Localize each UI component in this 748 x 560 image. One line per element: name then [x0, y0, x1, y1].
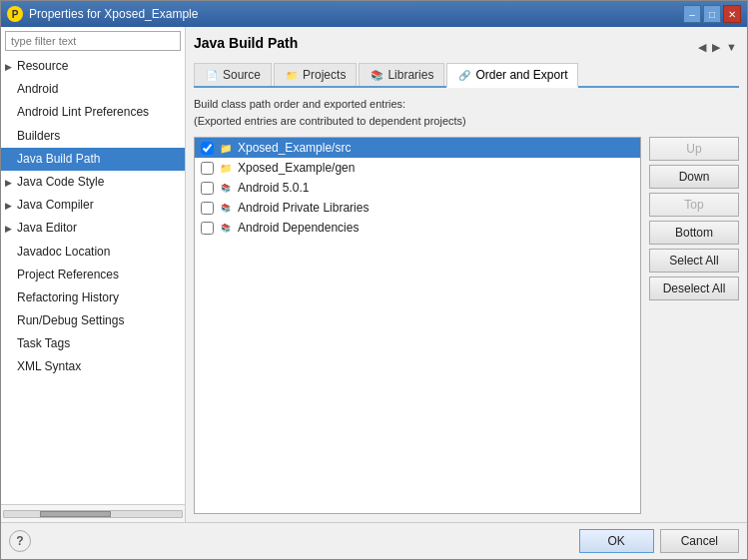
sidebar-item-java-editor[interactable]: ▶Java Editor — [1, 217, 185, 240]
tab-icon: 📁 — [285, 68, 299, 82]
list-item-label: Android 5.0.1 — [238, 181, 309, 195]
tab-label: Order and Export — [475, 68, 567, 82]
tree-arrow: ▶ — [5, 222, 17, 236]
panel-body: 📁Xposed_Example/src📁Xposed_Example/gen📚A… — [194, 137, 739, 514]
sidebar-item-project-references[interactable]: Project References — [1, 264, 185, 286]
list-item[interactable]: 📚Android 5.0.1 — [195, 178, 640, 198]
list-item-label: Xposed_Example/src — [238, 141, 351, 155]
sidebar-item-android[interactable]: Android — [1, 78, 185, 101]
sidebar-item-java-compiler[interactable]: ▶Java Compiler — [1, 194, 185, 217]
window-controls: – □ ✕ — [683, 5, 741, 23]
ok-button[interactable]: OK — [579, 529, 654, 553]
list-item[interactable]: 📁Xposed_Example/src — [195, 138, 640, 158]
list-item-label: Xposed_Example/gen — [238, 161, 355, 175]
close-button[interactable]: ✕ — [723, 5, 741, 23]
list-item-label: Android Dependencies — [238, 221, 359, 235]
sidebar-item-builders[interactable]: Builders — [1, 125, 185, 148]
tab-source[interactable]: 📄Source — [194, 63, 272, 86]
nav-back-button[interactable]: ◀ — [696, 39, 708, 56]
tab-projects[interactable]: 📁Projects — [274, 63, 357, 86]
filter-input[interactable] — [5, 31, 181, 51]
nav-dropdown-button[interactable]: ▼ — [724, 39, 739, 55]
tree-arrow: ▶ — [5, 176, 17, 190]
sidebar-item-java-code-style[interactable]: ▶Java Code Style — [1, 171, 185, 194]
select-all-button[interactable]: Select All — [649, 249, 739, 273]
section-title: Java Build Path — [194, 35, 298, 51]
description: Build class path order and exported entr… — [194, 96, 739, 129]
nav-arrows: ◀ ▶ ▼ — [696, 39, 739, 56]
action-buttons: Up Down Top Bottom Select All Deselect A… — [649, 137, 739, 514]
main-header: Java Build Path ◀ ▶ ▼ — [194, 35, 739, 59]
maximize-button[interactable]: □ — [703, 5, 721, 23]
dialog-body: ▶ResourceAndroidAndroid Lint Preferences… — [1, 27, 747, 522]
tab-order-and-export[interactable]: 🔗Order and Export — [446, 63, 578, 88]
tree-arrow: ▶ — [5, 199, 17, 213]
list-item[interactable]: 📚Android Dependencies — [195, 218, 640, 238]
tab-icon: 📄 — [205, 68, 219, 82]
cancel-button[interactable]: Cancel — [660, 529, 739, 553]
list-item-label: Android Private Libraries — [238, 201, 369, 215]
main-content: Java Build Path ◀ ▶ ▼ 📄Source📁Projects📚L… — [186, 27, 747, 522]
tab-libraries[interactable]: 📚Libraries — [359, 63, 444, 86]
tree-arrow: ▶ — [5, 60, 17, 74]
scroll-track — [3, 510, 183, 518]
footer-buttons: OK Cancel — [579, 529, 739, 553]
top-button[interactable]: Top — [649, 193, 739, 217]
sidebar-scrollbar[interactable] — [1, 504, 185, 522]
list-item-checkbox[interactable] — [201, 222, 214, 235]
bottom-button[interactable]: Bottom — [649, 221, 739, 245]
title-bar-left: P Properties for Xposed_Example — [7, 6, 198, 22]
folder-icon: 📁 — [218, 160, 234, 176]
title-bar: P Properties for Xposed_Example – □ ✕ — [1, 1, 747, 27]
sidebar-item-refactoring-history[interactable]: Refactoring History — [1, 286, 185, 309]
deselect-all-button[interactable]: Deselect All — [649, 277, 739, 300]
sidebar-item-task-tags[interactable]: Task Tags — [1, 332, 185, 355]
help-button[interactable]: ? — [9, 530, 31, 552]
library-icon: 📚 — [218, 180, 234, 196]
sidebar-item-javadoc-location[interactable]: Javadoc Location — [1, 241, 185, 264]
minimize-button[interactable]: – — [683, 5, 701, 23]
properties-dialog: P Properties for Xposed_Example – □ ✕ ▶R… — [0, 0, 748, 560]
sidebar-item-run/debug-settings[interactable]: Run/Debug Settings — [1, 309, 185, 332]
dialog-icon: P — [7, 6, 23, 22]
sidebar-item-java-build-path[interactable]: Java Build Path — [1, 148, 185, 171]
list-item-checkbox[interactable] — [201, 182, 214, 195]
nav-forward-button[interactable]: ▶ — [710, 39, 722, 56]
order-export-list[interactable]: 📁Xposed_Example/src📁Xposed_Example/gen📚A… — [194, 137, 641, 514]
down-button[interactable]: Down — [649, 165, 739, 189]
tab-label: Source — [223, 68, 261, 82]
scroll-thumb — [40, 511, 111, 517]
list-item[interactable]: 📚Android Private Libraries — [195, 198, 640, 218]
content-panel: Build class path order and exported entr… — [194, 96, 739, 514]
tab-icon: 🔗 — [457, 68, 471, 82]
sidebar-item-xml-syntax[interactable]: XML Syntax — [1, 355, 185, 378]
list-item[interactable]: 📁Xposed_Example/gen — [195, 158, 640, 178]
dialog-footer: ? OK Cancel — [1, 522, 747, 559]
dialog-title: Properties for Xposed_Example — [29, 7, 198, 21]
tab-bar: 📄Source📁Projects📚Libraries🔗Order and Exp… — [194, 63, 739, 88]
list-item-checkbox[interactable] — [201, 202, 214, 215]
tree-area: ▶ResourceAndroidAndroid Lint Preferences… — [1, 55, 185, 504]
sidebar: ▶ResourceAndroidAndroid Lint Preferences… — [1, 27, 186, 522]
library-icon: 📚 — [218, 220, 234, 236]
sidebar-item-resource[interactable]: ▶Resource — [1, 55, 185, 78]
tab-icon: 📚 — [370, 68, 383, 82]
sidebar-item-android-lint-preferences[interactable]: Android Lint Preferences — [1, 101, 185, 124]
list-item-checkbox[interactable] — [201, 162, 214, 175]
tab-label: Libraries — [387, 68, 433, 82]
tab-label: Projects — [303, 68, 346, 82]
folder-icon: 📁 — [218, 140, 234, 156]
footer-left: ? — [9, 530, 31, 552]
list-item-checkbox[interactable] — [201, 142, 214, 155]
up-button[interactable]: Up — [649, 137, 739, 161]
library-icon: 📚 — [218, 200, 234, 216]
